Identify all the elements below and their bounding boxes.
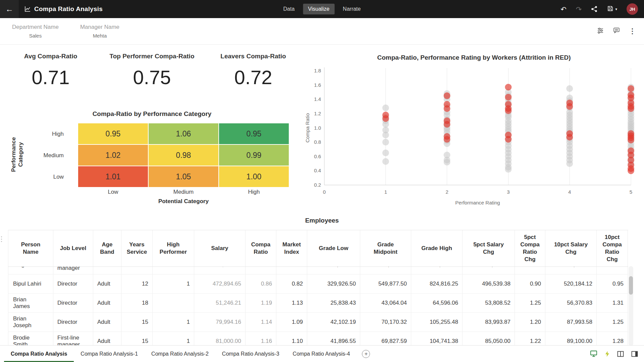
column-header-2[interactable]: Age Band bbox=[93, 230, 121, 266]
scatter-point-attrition[interactable] bbox=[566, 103, 573, 110]
table-cell: Director bbox=[53, 313, 93, 331]
table-row[interactable]: Bipul LahiriDirectorAdult121472,894.650.… bbox=[8, 275, 628, 294]
scatter-point-attrition[interactable] bbox=[444, 121, 450, 128]
scatter-point-attrition[interactable] bbox=[444, 93, 450, 99]
table-row[interactable]: Bing TanFirst-line managerAdult1349,795.… bbox=[8, 267, 628, 275]
canvas-tab-0[interactable]: Compa Ratio Analysis bbox=[4, 346, 74, 362]
canvas-resize-handle[interactable] bbox=[1, 236, 2, 242]
present-icon[interactable] bbox=[590, 350, 597, 357]
column-header-7[interactable]: Market Index bbox=[276, 230, 307, 266]
table-cell: 12 bbox=[121, 275, 153, 293]
save-button[interactable]: ▾ bbox=[607, 5, 617, 13]
canvas-tab-4[interactable]: Compa Ratio Analysis-4 bbox=[286, 346, 357, 362]
heatmap-cell-medium-high[interactable]: 0.99 bbox=[219, 145, 289, 166]
column-header-12[interactable]: 5pct Compa Ratio Chg bbox=[515, 230, 545, 266]
column-header-8[interactable]: Grade Low bbox=[307, 230, 360, 266]
table-cell: 329,926.50 bbox=[307, 275, 360, 293]
scatter-point-workers[interactable] bbox=[444, 159, 450, 166]
heatmap-cell-high-high[interactable]: 0.95 bbox=[219, 123, 289, 144]
scatter-point-attrition[interactable] bbox=[444, 136, 450, 143]
column-header-1[interactable]: Job Level bbox=[53, 230, 93, 266]
table-cell: Brodie Smith bbox=[8, 332, 53, 345]
filter-value: Mehta bbox=[80, 33, 119, 39]
scatter-point-workers[interactable] bbox=[382, 158, 389, 165]
table-cell: 42,102.19 bbox=[307, 313, 360, 331]
layout-split-icon[interactable] bbox=[617, 351, 624, 357]
scatter-point-attrition[interactable] bbox=[505, 107, 512, 114]
scatter-point-workers[interactable] bbox=[382, 105, 389, 111]
column-header-3[interactable]: Years Service bbox=[121, 230, 153, 266]
table-cell: 15 bbox=[121, 313, 153, 331]
scatter-point-attrition[interactable] bbox=[628, 137, 634, 143]
auto-refresh-icon[interactable] bbox=[605, 351, 610, 357]
kebab-menu-icon[interactable]: ⋮ bbox=[629, 27, 636, 35]
scatter-point-workers[interactable] bbox=[382, 149, 389, 156]
heatmap-cell-medium-medium[interactable]: 0.98 bbox=[149, 145, 218, 166]
heatmap-cell-high-medium[interactable]: 1.06 bbox=[149, 123, 218, 144]
scatter-point-attrition[interactable] bbox=[505, 136, 512, 143]
undo-button[interactable]: ↶ bbox=[560, 6, 567, 13]
scatter-point-attrition[interactable] bbox=[505, 94, 512, 101]
heatmap-cell-low-medium[interactable]: 1.05 bbox=[149, 166, 218, 187]
canvas-tab-2[interactable]: Compa Ratio Analysis-2 bbox=[145, 346, 215, 362]
comments-icon[interactable] bbox=[613, 27, 620, 36]
heatmap-cell-low-low[interactable]: 1.01 bbox=[78, 166, 148, 187]
canvas-tab-1[interactable]: Compa Ratio Analysis-1 bbox=[74, 346, 145, 362]
scatter-point-attrition[interactable] bbox=[382, 115, 389, 122]
table-cell: 1.09 bbox=[276, 313, 307, 331]
table-scrollbar[interactable] bbox=[629, 266, 633, 345]
table-cell: 824,816.25 bbox=[411, 275, 463, 293]
column-header-4[interactable]: High Performer bbox=[153, 230, 194, 266]
redo-button[interactable]: ↷ bbox=[576, 6, 582, 13]
avatar[interactable]: JH bbox=[627, 3, 638, 15]
column-header-0[interactable]: Person Name bbox=[8, 230, 53, 266]
share-button[interactable] bbox=[591, 6, 598, 12]
mode-tab-narrate[interactable]: Narrate bbox=[338, 4, 366, 14]
table-row[interactable]: Brodie SmithFirst-line managerAdult15181… bbox=[8, 332, 628, 345]
heatmap-cell-low-high[interactable]: 1.00 bbox=[219, 166, 289, 187]
column-header-14[interactable]: 10pct Compa Ratio Chg bbox=[597, 230, 628, 266]
filter-manager-name[interactable]: Manager NameMehta bbox=[80, 24, 119, 39]
heatmap-cell-medium-low[interactable]: 1.02 bbox=[78, 145, 148, 166]
mode-tab-visualize[interactable]: Visualize bbox=[303, 4, 334, 14]
scatter-point-workers[interactable] bbox=[566, 85, 573, 92]
scatter-point-workers[interactable] bbox=[566, 160, 573, 167]
save-caret-icon: ▾ bbox=[615, 7, 617, 11]
scatter-point-attrition[interactable] bbox=[444, 105, 450, 112]
scatter-point-attrition[interactable] bbox=[628, 167, 634, 174]
table-row[interactable]: Brian JamesDirectorAdult1851,246.211.191… bbox=[8, 294, 628, 313]
column-header-13[interactable]: 10pct Salary Chg bbox=[545, 230, 597, 266]
y-tick-label: 1.8 bbox=[314, 68, 321, 73]
column-header-5[interactable]: Salary bbox=[194, 230, 246, 266]
scatter-point-workers[interactable] bbox=[382, 132, 389, 138]
scatter-point-attrition[interactable] bbox=[628, 105, 634, 112]
table-cell: 496,539.38 bbox=[463, 275, 515, 293]
heatmap-cell-high-low[interactable]: 0.95 bbox=[78, 123, 148, 144]
layout-panel-icon[interactable] bbox=[631, 351, 638, 357]
scatter-chart[interactable]: 0.20.40.60.81.01.21.41.61.8012345Compa R… bbox=[304, 45, 644, 226]
column-header-10[interactable]: Grade High bbox=[411, 230, 463, 266]
canvas-tab-3[interactable]: Compa Ratio Analysis-3 bbox=[215, 346, 286, 362]
canvas-settings-icon[interactable] bbox=[597, 27, 604, 36]
column-header-9[interactable]: Grade Midpoint bbox=[360, 230, 411, 266]
column-header-6[interactable]: Compa Ratio bbox=[246, 230, 276, 266]
scatter-point-workers[interactable] bbox=[382, 139, 389, 145]
add-canvas-button[interactable]: + bbox=[362, 350, 370, 358]
bottom-bar: Compa Ratio AnalysisCompa Ratio Analysis… bbox=[0, 345, 644, 362]
filter-department-name[interactable]: Department NameSales bbox=[12, 24, 59, 39]
table-cell: 15 bbox=[121, 332, 153, 345]
mode-tab-data[interactable]: Data bbox=[278, 4, 300, 14]
back-button[interactable]: ← bbox=[0, 0, 19, 18]
column-header-11[interactable]: 5pct Salary Chg bbox=[463, 230, 515, 266]
scatter-point-attrition[interactable] bbox=[505, 84, 512, 90]
table-row[interactable]: Brian JosephDirectorAdult15179,994.161.1… bbox=[8, 313, 628, 332]
scatter-point-workers[interactable] bbox=[505, 166, 512, 173]
scatter-point-attrition[interactable] bbox=[566, 134, 573, 140]
table-cell: 43,064.04 bbox=[360, 294, 411, 312]
kpi-tile-0[interactable]: Avg Compa-Ratio0.71 bbox=[0, 45, 101, 88]
scatter-panel: Compa-Ratio, Performance Rating by Worke… bbox=[304, 45, 644, 232]
scatter-point-attrition[interactable] bbox=[628, 85, 634, 92]
kpi-tile-1[interactable]: Top Performer Compa-Ratio0.75 bbox=[101, 45, 203, 88]
kpi-tile-2[interactable]: Leavers Compa-Ratio0.72 bbox=[203, 45, 304, 88]
table-scrollbar-thumb[interactable] bbox=[629, 276, 633, 295]
